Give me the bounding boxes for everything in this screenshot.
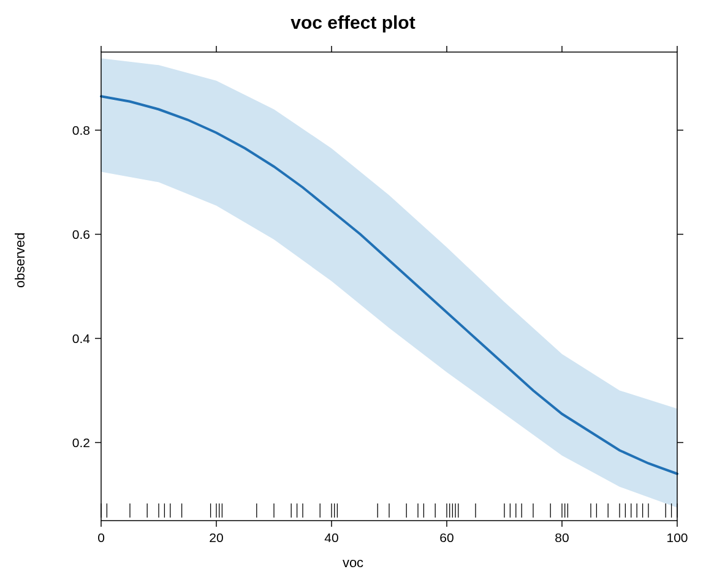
x-tick-label: 40 — [324, 530, 338, 545]
chart-svg: 0204060801000.20.40.60.8 — [0, 0, 706, 588]
confidence-band — [101, 58, 677, 508]
chart-container: voc effect plot observed voc 02040608010… — [0, 0, 706, 588]
x-tick-label: 60 — [439, 530, 454, 545]
x-tick-label: 0 — [97, 530, 105, 545]
x-tick-label: 80 — [555, 530, 569, 545]
x-tick-label: 20 — [209, 530, 223, 545]
y-tick-label: 0.4 — [72, 331, 91, 345]
x-tick-label: 100 — [666, 530, 688, 545]
y-tick-label: 0.6 — [72, 227, 90, 241]
rug-bottom — [101, 503, 677, 518]
y-tick-label: 0.8 — [72, 123, 90, 137]
y-tick-label: 0.2 — [72, 435, 90, 450]
